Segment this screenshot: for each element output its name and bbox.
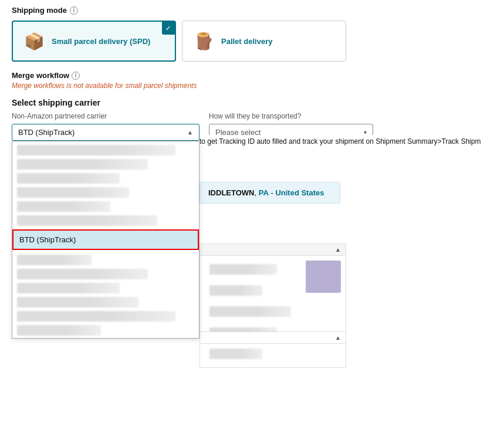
blurred-item-11[interactable] [17, 311, 175, 322]
panel-blurred-3 [209, 306, 291, 317]
right-panel-2: ▲ [199, 332, 346, 344]
carrier-dropdown-text: BTD (ShipTrack) [18, 128, 75, 137]
tracking-text: to get Tracking ID auto filled and track… [199, 137, 481, 146]
panel-image [306, 261, 341, 293]
panel-blurred-5 [209, 349, 262, 359]
carrier-section-title: Select shipping carrier [12, 98, 492, 107]
blurred-item-1[interactable] [17, 145, 175, 155]
panel-blurred-2 [209, 285, 262, 296]
blurred-item-12[interactable] [17, 325, 101, 336]
destination-state-link[interactable]: PA [259, 188, 269, 197]
shipping-mode-cards: ✓ 📦 Small parcel delivery (SPD) 🪵 Pallet… [12, 21, 492, 62]
merge-workflow-title: Merge workflow i [12, 71, 492, 80]
panel-blurred-1 [209, 264, 277, 275]
carrier-dropdown-arrow-icon: ▲ [187, 129, 193, 136]
transport-col-label: How will they be transported? [209, 112, 373, 120]
blurred-item-10[interactable] [17, 297, 138, 307]
destination-box: IDDLETOWN, PA - United States [199, 182, 340, 204]
carrier-col: Non-Amazon partnered carrier BTD (ShipTr… [12, 112, 199, 141]
carrier-col-label: Non-Amazon partnered carrier [12, 112, 199, 120]
right-panel-header: ▲ [200, 244, 346, 256]
blurred-item-4[interactable] [17, 187, 129, 198]
blurred-item-3[interactable] [17, 173, 120, 184]
merge-workflow-subtitle: Merge workflows is not available for sma… [12, 82, 492, 90]
destination-text: IDDLETOWN, PA - United States [208, 188, 332, 197]
merge-workflow-section: Merge workflow i Merge workflows is not … [12, 71, 492, 90]
panel-2-arrow-up-icon[interactable]: ▲ [335, 334, 341, 341]
spd-icon: 📦 [22, 32, 46, 51]
blurred-item-7[interactable] [17, 255, 92, 265]
carrier-dropdown[interactable]: BTD (ShipTrack) ▲ [12, 124, 199, 141]
spd-label: Small parcel delivery (SPD) [52, 37, 150, 46]
shipping-mode-info-icon[interactable]: i [70, 6, 78, 15]
panel-arrow-up-icon[interactable]: ▲ [335, 246, 341, 253]
blurred-item-2[interactable] [17, 159, 148, 170]
tracking-bar: to get Tracking ID auto filled and track… [199, 135, 504, 148]
blurred-item-9[interactable] [17, 283, 120, 293]
page-wrapper: Shipping mode i ✓ 📦 Small parcel deliver… [0, 0, 504, 426]
carrier-dropdown-list: BTD (ShipTrack) [12, 141, 199, 339]
pallet-icon: 🪵 [192, 32, 215, 51]
panel-body [200, 256, 346, 367]
pallet-card[interactable]: 🪵 Pallet delivery [182, 21, 346, 62]
right-panel: ▲ [199, 244, 346, 368]
carrier-dropdown-scroll[interactable]: BTD (ShipTrack) [12, 141, 199, 338]
destination-country-link[interactable]: United States [275, 188, 324, 197]
spd-check-badge: ✓ [162, 22, 175, 35]
shipping-mode-section-title: Shipping mode i [12, 6, 492, 15]
destination-city: IDDLETOWN [208, 188, 254, 197]
blurred-item-5[interactable] [17, 201, 110, 212]
panel-blurred-rows [205, 261, 301, 363]
shipping-mode-label: Shipping mode [12, 6, 67, 15]
pallet-label: Pallet delivery [221, 37, 272, 46]
btd-shiptrack-item[interactable]: BTD (ShipTrack) [12, 229, 199, 250]
carrier-dropdown-container: BTD (ShipTrack) ▲ BTD (ShipTrack) [12, 124, 199, 141]
merge-info-icon[interactable]: i [72, 72, 80, 80]
blurred-item-6[interactable] [17, 215, 157, 226]
spd-card[interactable]: ✓ 📦 Small parcel delivery (SPD) [12, 21, 176, 62]
blurred-item-8[interactable] [17, 269, 148, 279]
